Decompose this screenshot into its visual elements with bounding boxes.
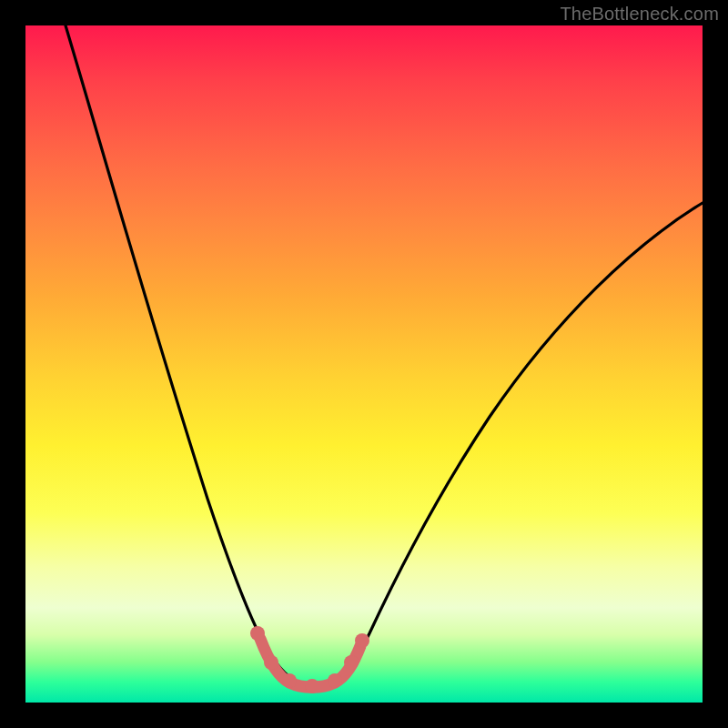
chart-plot-area xyxy=(25,25,703,703)
highlight-dot xyxy=(305,679,319,693)
highlight-dot xyxy=(328,673,342,688)
watermark-text: TheBottleneck.com xyxy=(560,4,719,25)
highlight-dot xyxy=(344,655,359,670)
highlight-dot xyxy=(282,673,297,688)
bottleneck-curve xyxy=(66,25,703,685)
highlight-dot xyxy=(250,626,265,641)
chart-frame: TheBottleneck.com xyxy=(0,0,728,728)
highlight-dot xyxy=(264,655,278,670)
chart-svg xyxy=(25,25,703,703)
highlight-dot xyxy=(355,633,369,648)
